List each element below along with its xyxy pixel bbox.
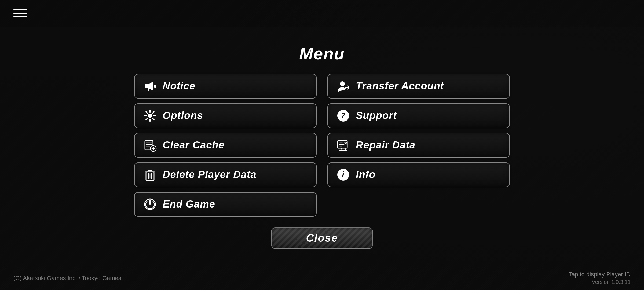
- clear-cache-label: Clear Cache: [163, 139, 225, 151]
- info-button[interactable]: i Info: [327, 162, 510, 187]
- svg-text:i: i: [342, 170, 344, 179]
- repair-data-icon: [336, 138, 350, 153]
- top-bar: [0, 0, 644, 27]
- end-game-button[interactable]: End Game: [134, 192, 317, 217]
- end-game-icon: [143, 197, 157, 212]
- menu-title: Menu: [299, 44, 345, 63]
- info-label: Info: [356, 169, 376, 180]
- menu-grid: Notice Transfer Account Options: [134, 74, 510, 217]
- delete-player-data-label: Delete Player Data: [163, 169, 257, 180]
- repair-data-button[interactable]: Repair Data: [327, 133, 510, 158]
- copyright-text: (C) Akatsuki Games Inc. / Tookyo Games: [13, 275, 121, 282]
- svg-point-0: [154, 85, 156, 88]
- info-icon: i: [336, 168, 350, 182]
- bottom-bar: (C) Akatsuki Games Inc. / Tookyo Games T…: [0, 266, 644, 290]
- notice-label: Notice: [163, 80, 195, 92]
- transfer-account-button[interactable]: Transfer Account: [327, 74, 510, 99]
- delete-player-data-icon: [143, 168, 157, 182]
- transfer-account-icon: [336, 79, 350, 93]
- support-label: Support: [356, 110, 397, 121]
- bottom-right: Tap to display Player ID Version 1.0.3.1…: [569, 271, 631, 285]
- options-button[interactable]: Options: [134, 103, 317, 128]
- svg-point-2: [148, 114, 152, 118]
- tap-display-player-id[interactable]: Tap to display Player ID: [569, 271, 631, 278]
- notice-button[interactable]: Notice: [134, 74, 317, 99]
- repair-data-label: Repair Data: [356, 139, 415, 151]
- version-text: Version 1.0.3.11: [592, 279, 631, 285]
- notice-icon: [143, 79, 157, 93]
- svg-point-1: [340, 81, 345, 86]
- end-game-label: End Game: [163, 198, 215, 210]
- menu-overlay: Menu Notice Tran: [0, 27, 644, 266]
- support-icon: ?: [336, 108, 350, 123]
- clear-cache-icon: [143, 138, 157, 153]
- svg-text:?: ?: [341, 111, 346, 120]
- options-label: Options: [163, 110, 203, 121]
- clear-cache-button[interactable]: Clear Cache: [134, 133, 317, 158]
- hamburger-menu-button[interactable]: [13, 9, 27, 17]
- transfer-account-label: Transfer Account: [356, 80, 444, 92]
- options-icon: [143, 108, 157, 123]
- close-label: Close: [306, 232, 338, 244]
- close-button[interactable]: Close: [271, 227, 373, 249]
- delete-player-data-button[interactable]: Delete Player Data: [134, 162, 317, 187]
- support-button[interactable]: ? Support: [327, 103, 510, 128]
- close-button-row: Close: [271, 227, 373, 249]
